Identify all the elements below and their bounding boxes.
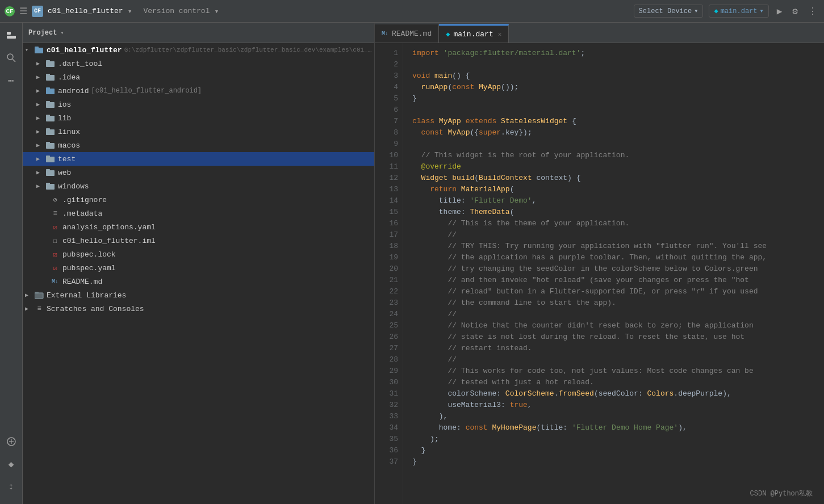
code-line-25: // Notice that the counter didn't reset … [412, 320, 824, 331]
pubspec-lock-icon: ☑ [50, 250, 60, 259]
activity-find-icon[interactable] [3, 50, 19, 66]
tab-readme-label: README.md [392, 30, 432, 38]
hamburger-menu-icon[interactable]: ☰ [19, 6, 27, 17]
run-button[interactable]: ▶ [775, 5, 785, 18]
code-line-1: import 'package:flutter/material.dart'; [412, 48, 824, 59]
code-line-35: ); [412, 434, 824, 445]
tree-item-analysis[interactable]: ▶ ☑ analysis_options.yaml [23, 220, 374, 234]
pubspec-yaml-icon: ☑ [50, 263, 60, 272]
code-line-11: @override [412, 161, 824, 173]
tab-readme-icon: M↓ [382, 31, 388, 37]
project-dropdown-icon[interactable]: ▾ [128, 7, 132, 16]
svg-rect-29 [35, 293, 43, 299]
code-line-10: // This widget is the root of your appli… [412, 150, 824, 161]
more-button[interactable]: ⋮ [806, 5, 819, 18]
tree-item-windows[interactable]: ▶ windows [23, 179, 374, 193]
tree-item-linux[interactable]: ▶ linux [23, 125, 374, 138]
sidebar: Project ▾ ▾ c01_hello_flutter G:\zdpflut… [23, 23, 375, 504]
tree-item-pubspec-lock[interactable]: ▶ ☑ pubspec.lock [23, 247, 374, 261]
sidebar-content[interactable]: ▾ c01_hello_flutter G:\zdpflutter\zdpflu… [23, 43, 374, 504]
activity-diamond-icon[interactable]: ◆ [3, 456, 19, 472]
tree-item-idea[interactable]: ▶ .idea [23, 70, 374, 84]
tree-item-readme[interactable]: ▶ M↓ README.md [23, 275, 374, 288]
svg-rect-22 [46, 142, 50, 144]
scratches-arrow: ▶ [25, 305, 34, 312]
svg-rect-26 [46, 169, 50, 171]
device-dropdown-icon: ▾ [694, 7, 698, 15]
settings-button[interactable]: ⚙ [790, 5, 800, 18]
titlebar-left: CF ☰ CF c01_hello_flutter ▾ Version cont… [5, 6, 219, 17]
idea-arrow: ▶ [36, 74, 45, 81]
code-line-23: // the command line to start the app). [412, 297, 824, 309]
tree-item-dart-tool[interactable]: ▶ .dart_tool [23, 57, 374, 70]
macos-icon [45, 141, 56, 150]
root-folder-icon [34, 45, 44, 54]
ext-libs-icon [34, 291, 44, 300]
tree-item-iml[interactable]: ▶ ☐ c01_hello_flutter.iml [23, 234, 374, 247]
tree-item-macos[interactable]: ▶ macos [23, 138, 374, 152]
tree-item-ios[interactable]: ▶ ios [23, 98, 374, 111]
code-line-14: title: 'Flutter Demo', [412, 195, 824, 207]
code-line-13: return MaterialApp( [412, 184, 824, 195]
code-line-4: runApp(const MyApp()); [412, 82, 824, 93]
lib-arrow: ▶ [36, 115, 45, 121]
tab-readme[interactable]: M↓ README.md [375, 24, 439, 43]
tab-main-dart-close[interactable]: ✕ [498, 31, 502, 38]
sidebar-header-chevron[interactable]: ▾ [60, 30, 64, 36]
web-arrow: ▶ [36, 169, 45, 176]
dart-tool-icon [45, 59, 56, 68]
tree-item-pubspec-yaml[interactable]: ▶ ☑ pubspec.yaml [23, 261, 374, 275]
lib-icon [45, 114, 56, 123]
svg-rect-15 [46, 102, 55, 108]
pubspec-yaml-label: pubspec.yaml [62, 264, 116, 272]
activity-git-icon[interactable]: ↕ [3, 479, 19, 495]
web-icon [45, 168, 56, 177]
tree-item-test[interactable]: ▶ test [23, 152, 374, 166]
project-name: c01_hello_flutter [48, 7, 123, 15]
activity-plugin-icon[interactable] [3, 434, 19, 450]
tree-root-item[interactable]: ▾ c01_hello_flutter G:\zdpflutter\zdpflu… [23, 43, 374, 57]
editor-area: M↓ README.md ◆ main.dart ✕ 1234567891011… [375, 23, 824, 504]
svg-rect-28 [46, 183, 50, 184]
titlebar: CF ☰ CF c01_hello_flutter ▾ Version cont… [0, 0, 824, 23]
tree-item-lib[interactable]: ▶ lib [23, 111, 374, 125]
device-selector[interactable]: Select Device ▾ [634, 5, 704, 18]
svg-rect-11 [46, 75, 55, 81]
macos-arrow: ▶ [36, 142, 45, 149]
tree-item-android[interactable]: ▶ android [c01_hello_flutter_android] [23, 84, 374, 98]
scratches-icon: ≡ [34, 304, 44, 313]
svg-rect-18 [46, 115, 50, 116]
svg-rect-16 [46, 101, 50, 103]
run-file-selector[interactable]: ◆ main.dart ▾ [709, 5, 768, 18]
gitignore-icon: ⊘ [50, 195, 60, 204]
svg-rect-23 [46, 157, 55, 162]
lib-label: lib [58, 114, 71, 123]
svg-rect-30 [35, 292, 39, 293]
tab-main-dart[interactable]: ◆ main.dart ✕ [439, 24, 509, 43]
code-line-24: // [412, 309, 824, 320]
gitignore-label: .gitignore [62, 196, 107, 204]
code-line-36: } [412, 445, 824, 456]
code-line-8: const MyApp({super.key}); [412, 127, 824, 138]
activity-more-icon[interactable]: ⋯ [3, 73, 19, 89]
tree-item-scratches[interactable]: ▶ ≡ Scratches and Consoles [23, 302, 374, 316]
linux-icon [45, 127, 56, 136]
svg-rect-14 [46, 87, 50, 89]
code-content[interactable]: import 'package:flutter/material.dart'; … [403, 43, 824, 504]
version-control-label[interactable]: Version control [143, 7, 210, 15]
activity-bar: ⋯ ◆ ↕ [0, 23, 23, 504]
idea-label: .idea [58, 73, 80, 82]
tree-item-metadata[interactable]: ▶ ≡ .metadata [23, 207, 374, 220]
test-icon [45, 154, 56, 163]
activity-project-icon[interactable] [3, 27, 19, 43]
tree-item-external-libs[interactable]: ▶ External Libraries [23, 288, 374, 302]
android-arrow: ▶ [36, 87, 45, 94]
root-label: c01_hello_flutter [47, 46, 122, 54]
tree-item-gitignore[interactable]: ▶ ⊘ .gitignore [23, 193, 374, 207]
code-line-9 [412, 138, 824, 150]
version-control-dropdown-icon[interactable]: ▾ [214, 7, 219, 16]
macos-label: macos [58, 141, 80, 150]
tree-item-web[interactable]: ▶ web [23, 166, 374, 179]
svg-rect-25 [46, 170, 55, 176]
dart-tool-label: .dart_tool [58, 60, 102, 68]
